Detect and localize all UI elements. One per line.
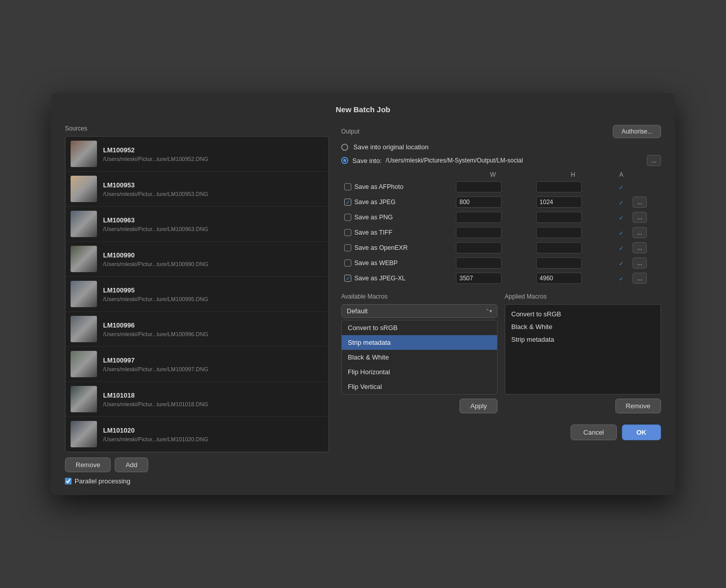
source-item[interactable]: LM101018 /Users/mleski/Pictur...ture/LM1… (65, 382, 328, 417)
source-path: /Users/mleski/Pictur...ture/LM100953.DNG (103, 191, 323, 197)
width-input[interactable] (456, 273, 502, 284)
height-input[interactable] (536, 242, 582, 253)
aspect-icon: ✓ (619, 276, 623, 282)
format-w-cell[interactable] (453, 225, 533, 240)
format-h-cell[interactable] (533, 225, 613, 240)
remove-source-button[interactable]: Remove (65, 458, 111, 472)
height-input[interactable] (536, 227, 582, 238)
sources-label: Sources (65, 125, 329, 132)
remove-macro-button[interactable]: Remove (615, 399, 661, 413)
format-dots-cell[interactable]: ... (630, 210, 661, 225)
format-name: Save as JPEG (354, 199, 395, 206)
apply-macro-button[interactable]: Apply (459, 399, 498, 413)
format-w-cell[interactable] (453, 210, 533, 225)
format-h-cell[interactable] (533, 194, 613, 210)
format-w-cell[interactable] (453, 271, 533, 286)
source-item[interactable]: LM100995 /Users/mleski/Pictur...ture/LM1… (65, 277, 328, 312)
height-input[interactable] (536, 197, 582, 208)
height-input[interactable] (536, 212, 582, 223)
source-item[interactable]: LM100963 /Users/mleski/Pictur...ture/LM1… (65, 207, 328, 242)
format-dots-cell[interactable]: ... (630, 240, 661, 255)
source-thumbnail (71, 176, 97, 202)
source-path: /Users/mleski/Pictur...ture/LM100995.DNG (103, 296, 323, 302)
height-input[interactable] (536, 273, 582, 284)
format-w-cell[interactable] (453, 194, 533, 210)
check-icon: ✓ (346, 275, 350, 282)
format-options-button[interactable]: ... (633, 273, 647, 284)
available-macro-item[interactable]: Flip Vertical (342, 379, 497, 394)
format-w-cell[interactable] (453, 255, 533, 271)
authorise-button[interactable]: Authorise... (613, 125, 661, 138)
save-original-radio[interactable] (341, 144, 348, 151)
format-dots-cell[interactable]: ... (630, 225, 661, 240)
source-thumbnail (71, 141, 97, 167)
format-options-button[interactable]: ... (633, 257, 647, 269)
format-w-cell[interactable] (453, 240, 533, 255)
applied-macros-panel: Applied Macros Convert to sRGBBlack & Wh… (505, 293, 661, 413)
macros-dropdown[interactable]: Default ⌃▾ (341, 304, 498, 318)
cancel-button[interactable]: Cancel (571, 424, 616, 440)
parallel-checkbox[interactable] (65, 478, 72, 484)
source-info: LM100997 /Users/mleski/Pictur...ture/LM1… (103, 356, 323, 372)
format-options-button[interactable]: ... (633, 212, 647, 223)
format-h-cell[interactable] (533, 255, 613, 271)
width-input[interactable] (456, 257, 502, 269)
format-dots-cell[interactable]: ... (630, 194, 661, 210)
format-checkbox[interactable]: ✓ (344, 199, 351, 206)
format-label-cell: Save as WEBP (341, 255, 453, 271)
source-item[interactable]: LM100996 /Users/mleski/Pictur...ture/LM1… (65, 312, 328, 347)
format-options-button[interactable]: ... (633, 242, 647, 253)
format-h-cell[interactable] (533, 271, 613, 286)
add-source-button[interactable]: Add (115, 458, 148, 472)
format-checkbox[interactable] (344, 214, 351, 221)
format-checkbox[interactable] (344, 244, 351, 251)
source-item[interactable]: LM100997 /Users/mleski/Pictur...ture/LM1… (65, 347, 328, 382)
source-item[interactable]: LM100952 /Users/mleski/Pictur...ture/LM1… (65, 137, 328, 172)
dialog-buttons: Cancel OK (341, 424, 661, 440)
format-dots-cell[interactable] (630, 179, 661, 194)
save-original-row: Save into original location (341, 143, 661, 151)
format-options-button[interactable]: ... (633, 227, 647, 238)
ok-button[interactable]: OK (622, 424, 662, 440)
width-input[interactable] (456, 212, 502, 223)
height-input[interactable] (536, 181, 582, 192)
format-options-button[interactable]: ... (633, 197, 647, 208)
sources-list[interactable]: LM100952 /Users/mleski/Pictur...ture/LM1… (65, 136, 329, 452)
width-input[interactable] (456, 242, 502, 253)
format-checkbox[interactable]: ✓ (344, 275, 351, 282)
height-input[interactable] (536, 257, 582, 269)
format-h-cell[interactable] (533, 210, 613, 225)
format-h-cell[interactable] (533, 179, 613, 194)
source-item[interactable]: LM100990 /Users/mleski/Pictur...ture/LM1… (65, 242, 328, 277)
format-checkbox[interactable] (344, 229, 351, 236)
format-checkbox[interactable] (344, 183, 351, 190)
source-item[interactable]: LM100953 /Users/mleski/Pictur...ture/LM1… (65, 172, 328, 207)
source-path: /Users/mleski/Pictur...ture/LM100963.DNG (103, 226, 323, 232)
available-macro-item[interactable]: Flip Horizontal (342, 365, 497, 379)
aspect-icon: ✓ (619, 200, 623, 206)
available-macro-item[interactable]: Black & White (342, 350, 497, 365)
format-name: Save as WEBP (354, 259, 398, 267)
source-name: LM100996 (103, 321, 323, 329)
width-input[interactable] (456, 227, 502, 238)
format-w-cell[interactable] (453, 179, 533, 194)
available-macro-item[interactable]: Strip metadata (342, 335, 497, 350)
aspect-cell: ✓ (613, 255, 630, 271)
format-row: Save as PNG ✓ ... (341, 210, 661, 225)
format-dots-cell[interactable]: ... (630, 255, 661, 271)
source-item[interactable]: LM101020 /Users/mleski/Pictur...ture/LM1… (65, 417, 328, 452)
save-into-radio[interactable] (341, 157, 348, 164)
format-checkbox[interactable] (344, 259, 351, 267)
width-input[interactable] (456, 197, 502, 208)
browse-button[interactable]: ... (647, 155, 661, 166)
format-h-cell[interactable] (533, 240, 613, 255)
source-path: /Users/mleski/Pictur...ture/LM100952.DNG (103, 156, 323, 162)
source-thumbnail (71, 211, 97, 237)
format-row: ✓ Save as JPEG ✓ ... (341, 194, 661, 210)
width-input[interactable] (456, 181, 502, 192)
source-thumbnail (71, 421, 97, 447)
source-name: LM100997 (103, 356, 323, 364)
source-name: LM101020 (103, 427, 323, 434)
available-macro-item[interactable]: Convert to sRGB (342, 320, 497, 335)
format-dots-cell[interactable]: ... (630, 271, 661, 286)
